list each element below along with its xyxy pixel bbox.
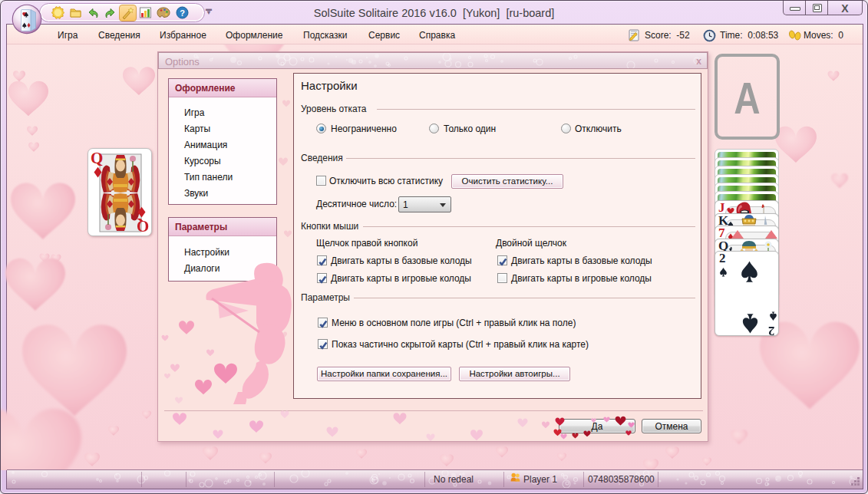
svg-text:?: ? — [180, 8, 185, 18]
